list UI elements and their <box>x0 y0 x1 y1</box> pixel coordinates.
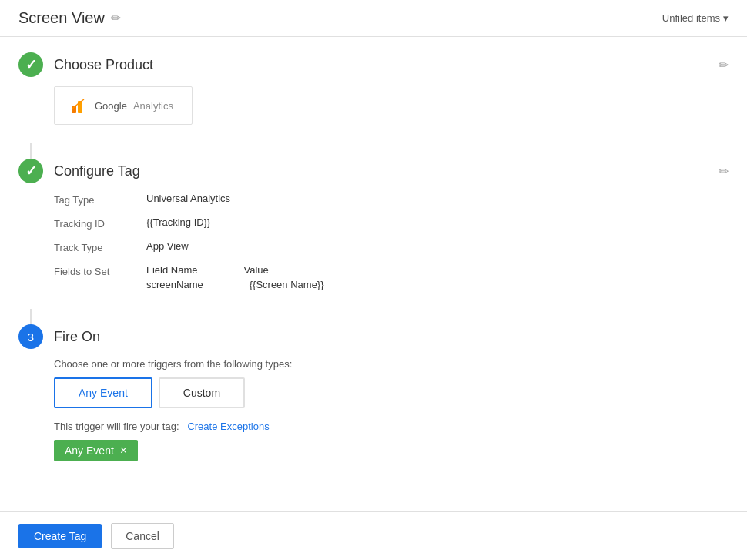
ga-google-text: Google <box>95 100 127 112</box>
fields-row: screenName {{Screen Name}} <box>146 279 729 290</box>
footer-bar: Create Tag Cancel <box>0 511 747 560</box>
step1-content: Google Analytics <box>54 86 729 125</box>
google-analytics-card: Google Analytics <box>54 86 193 125</box>
chip-close-icon[interactable]: × <box>120 444 127 457</box>
triggers-prompt: Choose one or more triggers from the fol… <box>54 358 729 370</box>
trigger-fire-text: This trigger will fire your tag: Create … <box>54 421 729 432</box>
fire-text-static: This trigger will fire your tag: <box>54 421 179 432</box>
connector-line-2 <box>30 309 32 324</box>
tag-details-grid: Tag Type Universal Analytics Tracking ID… <box>54 193 729 290</box>
step3-section: 3 Fire On Choose one or more triggers fr… <box>18 324 729 461</box>
step2-title: Configure Tag <box>54 163 140 179</box>
step1-header-left: ✓ Choose Product <box>18 52 153 77</box>
header-title-area: Screen View ✏ <box>18 9 121 27</box>
step3-header-left: 3 Fire On <box>18 324 100 349</box>
fields-table: Field Name Value screenName {{Screen Nam… <box>146 264 729 290</box>
tag-type-label: Tag Type <box>54 193 146 206</box>
step3-title: Fire On <box>54 329 100 345</box>
create-exceptions-link[interactable]: Create Exceptions <box>187 421 269 432</box>
page-title: Screen View <box>18 9 105 27</box>
step2-content: Tag Type Universal Analytics Tracking ID… <box>54 193 729 290</box>
active-trigger-chip: Any Event × <box>54 440 138 461</box>
step1-checkmark: ✓ <box>25 56 37 73</box>
step1-icon: ✓ <box>18 52 43 77</box>
field-name-value: screenName <box>146 279 203 290</box>
create-tag-button[interactable]: Create Tag <box>18 524 102 548</box>
header-bar: Screen View ✏ Unfiled items ▾ <box>0 0 747 37</box>
main-container: Screen View ✏ Unfiled items ▾ ✓ Choose P… <box>0 0 747 560</box>
track-type-value: App View <box>146 240 729 252</box>
step1-edit-icon[interactable]: ✏ <box>719 58 729 72</box>
content-area: ✓ Choose Product ✏ <box>0 37 747 511</box>
connector-line-1 <box>30 143 32 159</box>
trigger-options: Any Event Custom <box>54 377 729 408</box>
tag-type-value: Universal Analytics <box>146 193 729 204</box>
unfiled-label: Unfiled items <box>662 12 720 24</box>
chevron-down-icon: ▾ <box>723 12 729 24</box>
value-header: Value <box>243 264 268 276</box>
tracking-id-label: Tracking ID <box>54 216 146 230</box>
step1-section: ✓ Choose Product ✏ <box>18 52 729 125</box>
step2-header-left: ✓ Configure Tag <box>18 159 140 183</box>
field-value: {{Screen Name}} <box>250 279 324 290</box>
fields-header: Field Name Value <box>146 264 729 276</box>
unfiled-items-button[interactable]: Unfiled items ▾ <box>662 12 729 24</box>
step2-edit-icon[interactable]: ✏ <box>719 164 729 179</box>
step3-icon: 3 <box>18 324 43 349</box>
step3-header: 3 Fire On <box>18 324 729 349</box>
cancel-button[interactable]: Cancel <box>111 523 174 549</box>
field-name-header: Field Name <box>146 264 197 276</box>
step1-header: ✓ Choose Product ✏ <box>18 52 729 77</box>
step2-section: ✓ Configure Tag ✏ Tag Type Universal Ana… <box>18 159 729 290</box>
track-type-label: Track Type <box>54 240 146 253</box>
title-edit-icon[interactable]: ✏ <box>111 11 121 25</box>
step1-title: Choose Product <box>54 57 153 73</box>
step3-number: 3 <box>28 330 34 344</box>
step2-checkmark: ✓ <box>25 163 37 179</box>
active-trigger-label: Any Event <box>65 444 114 457</box>
step3-content: Choose one or more triggers from the fol… <box>54 358 729 461</box>
ga-logo-icon <box>67 95 89 116</box>
fields-to-set-label: Fields to Set <box>54 264 146 277</box>
custom-trigger-button[interactable]: Custom <box>159 377 245 408</box>
step2-header: ✓ Configure Tag ✏ <box>18 159 729 183</box>
any-event-trigger-button[interactable]: Any Event <box>54 377 152 408</box>
ga-analytics-text: Analytics <box>133 100 173 112</box>
step2-icon: ✓ <box>18 159 43 183</box>
tracking-id-value: {{Tracking ID}} <box>146 216 729 228</box>
